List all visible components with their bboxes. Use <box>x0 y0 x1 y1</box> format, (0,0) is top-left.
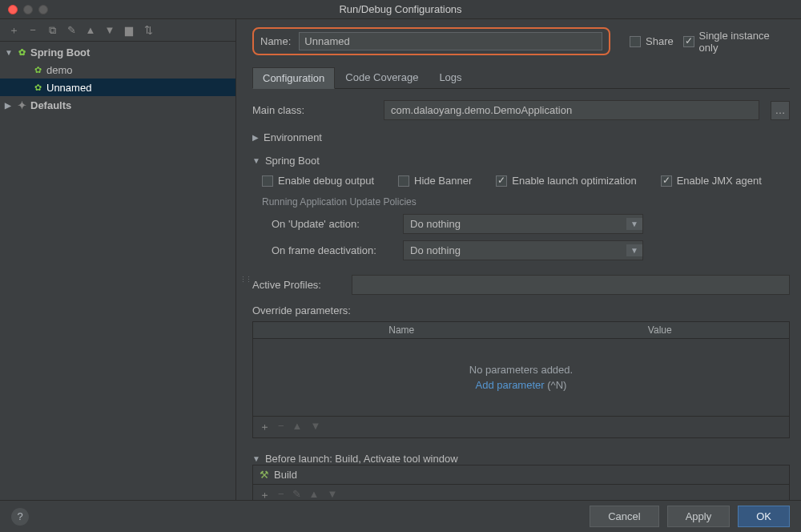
edit-task-icon[interactable]: ✎ <box>292 488 301 500</box>
enable-jmx-label: Enable JMX agent <box>677 175 762 187</box>
springboot-section-header[interactable]: ▼ Spring Boot <box>252 155 790 167</box>
wrench-icon: ✦ <box>16 99 27 111</box>
spring-boot-icon: ✿ <box>32 64 43 75</box>
build-label: Build <box>274 469 297 481</box>
springboot-label: Spring Boot <box>265 155 320 167</box>
add-parameter-link[interactable]: Add parameter <box>476 379 545 391</box>
chevron-down-icon: ▼ <box>626 218 642 230</box>
override-params-label: Override parameters: <box>252 304 351 316</box>
move-down-icon[interactable]: ▼ <box>327 488 337 500</box>
override-toolbar: ＋ − ▲ ▼ <box>253 416 789 437</box>
enable-launch-opt-input[interactable] <box>496 175 507 187</box>
running-policies-label: Running Application Update Policies <box>252 196 790 208</box>
chevron-down-icon: ▼ <box>252 454 260 463</box>
remove-config-icon[interactable]: − <box>26 23 40 38</box>
name-field-highlight: Name: <box>252 27 610 55</box>
spring-boot-icon: ✿ <box>16 46 27 58</box>
tabs: Configuration Code Coverage Logs <box>252 66 790 89</box>
single-instance-checkbox-input[interactable] <box>683 36 694 47</box>
tab-logs[interactable]: Logs <box>429 66 472 88</box>
hide-banner-input[interactable] <box>398 175 409 187</box>
th-value: Value <box>531 322 790 338</box>
help-button[interactable]: ? <box>11 508 29 526</box>
ok-button[interactable]: OK <box>738 506 790 527</box>
add-task-icon[interactable]: ＋ <box>260 488 270 500</box>
move-up-icon[interactable]: ▲ <box>83 23 98 38</box>
expander-icon: ▼ <box>5 48 13 57</box>
spring-boot-icon: ✿ <box>32 82 43 93</box>
chevron-right-icon: ▶ <box>252 133 259 142</box>
main-panel: ⋮⋮ Name: Share Single instance only Conf… <box>236 19 801 500</box>
titlebar: Run/Debug Configurations <box>0 0 801 19</box>
config-tree: ▼ ✿ Spring Boot ✿ demo ✿ Unnamed ▶ ✦ Def… <box>0 42 235 500</box>
dialog-footer: ? Cancel Apply OK <box>0 500 801 532</box>
override-params-table: Name Value No parameters added. Add para… <box>252 321 790 438</box>
on-update-select[interactable]: Do nothing ▼ <box>403 214 643 234</box>
share-label: Share <box>646 35 674 47</box>
folder-icon[interactable]: ▆ <box>122 23 136 38</box>
on-update-value: Do nothing <box>410 218 461 230</box>
browse-main-class-button[interactable]: … <box>771 101 790 120</box>
no-params-text: No parameters added. <box>469 364 573 376</box>
share-checkbox-input[interactable] <box>630 36 641 47</box>
enable-launch-opt-checkbox[interactable]: Enable launch optimization <box>496 175 636 187</box>
drag-handle-icon[interactable]: ⋮⋮ <box>239 276 251 284</box>
tree-node-defaults[interactable]: ▶ ✦ Defaults <box>0 96 235 114</box>
move-up-icon[interactable]: ▲ <box>309 488 320 500</box>
th-name: Name <box>272 322 531 338</box>
single-instance-checkbox[interactable]: Single instance only <box>683 30 790 54</box>
enable-jmx-input[interactable] <box>661 175 672 187</box>
on-frame-value: Do nothing <box>410 244 461 256</box>
sort-icon[interactable]: ⇅ <box>141 23 155 38</box>
on-frame-select[interactable]: Do nothing ▼ <box>403 240 643 260</box>
enable-launch-opt-label: Enable launch optimization <box>512 175 636 187</box>
tree-item-demo[interactable]: ✿ demo <box>0 61 235 79</box>
environment-section-header[interactable]: ▶ Environment <box>252 131 790 143</box>
tree-label: demo <box>46 64 73 76</box>
chevron-down-icon: ▼ <box>252 156 260 165</box>
remove-task-icon[interactable]: − <box>278 488 284 500</box>
copy-config-icon[interactable]: ⧉ <box>45 23 59 38</box>
before-launch-label: Before launch: Build, Activate tool wind… <box>265 453 458 465</box>
tree-label: Spring Boot <box>30 46 90 58</box>
add-row-icon[interactable]: ＋ <box>260 420 270 434</box>
remove-row-icon[interactable]: − <box>278 420 284 434</box>
single-instance-label: Single instance only <box>699 30 790 54</box>
active-profiles-input[interactable] <box>352 275 790 295</box>
main-class-input[interactable] <box>384 100 759 120</box>
save-config-icon[interactable]: ✎ <box>64 23 78 38</box>
cancel-button[interactable]: Cancel <box>590 506 658 527</box>
tree-node-spring-boot[interactable]: ▼ ✿ Spring Boot <box>0 43 235 61</box>
environment-label: Environment <box>264 131 322 143</box>
chevron-down-icon: ▼ <box>626 244 642 256</box>
on-update-label: On 'Update' action: <box>272 218 392 230</box>
enable-jmx-checkbox[interactable]: Enable JMX agent <box>661 175 762 187</box>
tab-configuration[interactable]: Configuration <box>252 67 335 89</box>
tab-code-coverage[interactable]: Code Coverage <box>335 66 429 88</box>
enable-debug-checkbox[interactable]: Enable debug output <box>262 175 374 187</box>
hammer-icon: ⚒ <box>260 469 269 481</box>
hide-banner-label: Hide Banner <box>414 175 472 187</box>
tree-label: Defaults <box>30 99 71 111</box>
active-profiles-label: Active Profiles: <box>252 279 340 291</box>
enable-debug-label: Enable debug output <box>278 175 374 187</box>
sidebar: ＋ − ⧉ ✎ ▲ ▼ ▆ ⇅ ▼ ✿ Spring Boot ✿ demo ✿… <box>0 19 236 500</box>
move-up-icon[interactable]: ▲ <box>292 420 303 434</box>
before-launch-header[interactable]: ▼ Before launch: Build, Activate tool wi… <box>252 453 790 465</box>
move-down-icon[interactable]: ▼ <box>103 23 117 38</box>
add-param-shortcut: (^N) <box>545 379 567 391</box>
name-label: Name: <box>260 35 291 47</box>
window-title: Run/Debug Configurations <box>0 3 801 15</box>
tree-item-unnamed[interactable]: ✿ Unnamed <box>0 79 235 96</box>
tree-label: Unnamed <box>46 82 91 94</box>
sidebar-toolbar: ＋ − ⧉ ✎ ▲ ▼ ▆ ⇅ <box>0 19 235 42</box>
name-input[interactable] <box>299 32 602 50</box>
before-launch-list: ⚒ Build ＋ − ✎ ▲ ▼ <box>252 465 790 500</box>
before-launch-item-build[interactable]: ⚒ Build <box>253 466 789 484</box>
add-config-icon[interactable]: ＋ <box>6 23 21 38</box>
hide-banner-checkbox[interactable]: Hide Banner <box>398 175 472 187</box>
move-down-icon[interactable]: ▼ <box>310 420 320 434</box>
share-checkbox[interactable]: Share <box>630 35 674 47</box>
enable-debug-input[interactable] <box>262 175 273 187</box>
apply-button[interactable]: Apply <box>667 506 731 527</box>
